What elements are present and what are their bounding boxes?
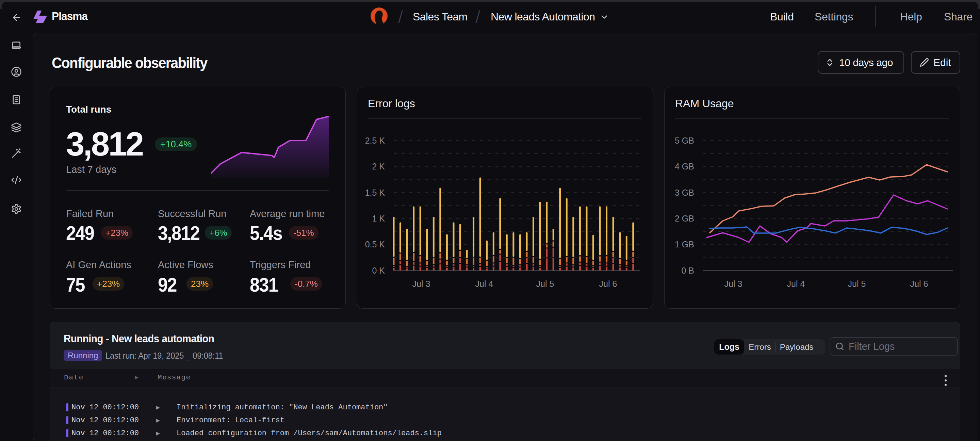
- svg-text:0.5 K: 0.5 K: [365, 240, 385, 249]
- svg-text:2.5 K: 2.5 K: [365, 136, 385, 145]
- svg-text:Jul 3: Jul 3: [724, 279, 743, 288]
- svg-text:1 GB: 1 GB: [675, 240, 694, 249]
- svg-text:3 GB: 3 GB: [675, 188, 694, 197]
- svg-text:Jul 5: Jul 5: [536, 279, 554, 288]
- svg-text:Jul 3: Jul 3: [412, 279, 430, 288]
- svg-text:Jul 6: Jul 6: [599, 279, 617, 288]
- svg-text:Jul 6: Jul 6: [910, 279, 928, 288]
- svg-text:0 B: 0 B: [681, 266, 694, 275]
- svg-text:Jul 5: Jul 5: [848, 279, 866, 288]
- svg-text:0 K: 0 K: [372, 266, 385, 275]
- svg-text:2 K: 2 K: [372, 162, 385, 171]
- svg-text:5 GB: 5 GB: [675, 136, 694, 145]
- svg-text:Jul 4: Jul 4: [787, 279, 805, 288]
- svg-text:Jul 4: Jul 4: [476, 279, 493, 288]
- svg-text:1.5 K: 1.5 K: [365, 188, 385, 197]
- svg-text:2 GB: 2 GB: [675, 214, 694, 223]
- svg-text:4 GB: 4 GB: [675, 162, 694, 171]
- svg-text:1 K: 1 K: [372, 214, 385, 223]
